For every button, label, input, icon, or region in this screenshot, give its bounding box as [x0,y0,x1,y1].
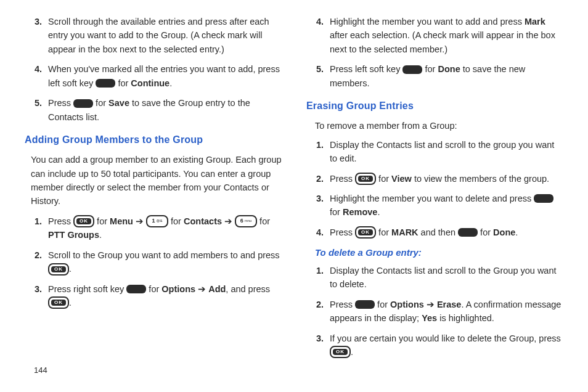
list-body: Press OK for Menu ➔ 1@& for Contacts ➔ 6… [48,214,282,242]
list-number: 5. [25,96,48,110]
bold-text: Contacts [184,216,222,226]
list-body: Display the Contacts list and scroll to … [330,138,563,166]
list-body: Press left soft key for Done to save the… [330,62,563,90]
softkey-icon [73,99,93,108]
bold-text: Erase [437,300,462,309]
list-number: 3. [25,282,48,296]
bold-text: Menu [110,216,133,226]
list-number: 4. [306,15,330,28]
list-body: Highlight the member you want to add and… [330,15,563,56]
bold-text: Done [493,227,515,237]
ok-key-icon: OK [48,296,69,309]
subheading-delete-group: To delete a Group entry: [315,245,563,259]
list-item: 3.Press right soft key for Options ➔ Add… [25,282,282,310]
list-body: Display the Contacts list and scroll to … [330,264,563,292]
list-body: When you've marked all the entries you w… [48,62,282,90]
list-number: 3. [25,15,48,28]
softkey-icon [96,79,115,88]
softkey-icon [458,228,478,237]
right-list-2: 1.Display the Contacts list and scroll t… [306,264,563,359]
list-item: 1.Display the Contacts list and scroll t… [306,264,563,292]
list-item: 3.Highlight the member you want to delet… [306,192,563,219]
ok-key-icon: OK [73,215,94,227]
page-number: 144 [34,365,47,375]
bold-text: Save [108,98,129,108]
left-list: 1.Press OK for Menu ➔ 1@& for Contacts ➔… [25,214,282,310]
list-item: 1.Press OK for Menu ➔ 1@& for Contacts ➔… [25,214,282,242]
bold-text: Yes [422,313,437,323]
softkey-icon [402,65,422,74]
adding-members-intro: You can add a group member to an existin… [31,153,282,208]
list-body: Press for Options ➔ Erase. A confirmatio… [330,298,563,325]
list-number: 4. [306,226,330,239]
list-item: 2.Press OK for View to view the members … [306,172,563,186]
list-number: 4. [25,62,48,76]
list-item: 2.Scroll to the Group you want to add me… [25,248,282,276]
softkey-icon [355,300,375,309]
erasing-intro: To remove a member from a Group: [315,119,563,133]
list-number: 2. [306,298,330,311]
list-body: Press OK for View to view the members of… [330,172,563,186]
left-top-list: 3.Scroll through the available entries a… [25,15,282,124]
list-item: 3.Scroll through the available entries a… [25,15,282,56]
list-number: 3. [306,192,330,205]
list-item: 3.If you are certain you would like to d… [306,332,563,359]
list-item: 5.Press for Save to save the Group entry… [25,96,282,124]
list-body: Press for Save to save the Group entry t… [48,96,282,124]
list-body: Press right soft key for Options ➔ Add, … [48,282,282,310]
list-item: 4.When you've marked all the entries you… [25,62,282,90]
bold-text: Done [438,64,460,74]
list-item: 4.Highlight the member you want to add a… [306,15,563,56]
list-number: 2. [306,172,330,186]
list-item: 1.Display the Contacts list and scroll t… [306,138,563,166]
list-body: If you are certain you would like to del… [330,332,563,359]
softkey-icon [534,194,553,203]
bold-text: MARK [391,227,419,237]
list-body: Highlight the member you want to delete … [330,192,563,219]
bold-text: Mark [525,17,545,27]
list-body: Press OK for MARK and then for Done. [330,226,563,239]
list-number: 2. [25,248,48,262]
heading-erasing-entries: Erasing Group Entries [306,99,563,114]
list-number: 3. [306,332,330,345]
heading-adding-members: Adding Group Members to the Group [25,133,282,148]
list-number: 1. [306,138,330,152]
left-column: 3.Scroll through the available entries a… [25,15,282,392]
bold-text: Continue [131,78,169,88]
ok-key-icon: OK [48,263,69,276]
bold-text: PTT Groups [48,230,99,240]
bold-text: Remove [343,207,377,217]
softkey-icon [126,285,146,293]
manual-page: 3.Scroll through the available entries a… [0,0,588,392]
ok-key-icon: OK [355,173,376,185]
bold-text: View [391,174,412,184]
list-body: Scroll through the available entries and… [48,15,282,56]
list-item: 5.Press left soft key for Done to save t… [306,62,563,90]
ok-key-icon: OK [330,346,351,358]
bold-text: Add [208,284,226,294]
right-column: 4.Highlight the member you want to add a… [306,15,563,392]
list-item: 2.Press for Options ➔ Erase. A confirmat… [306,298,563,325]
list-body: Scroll to the Group you want to add memb… [48,248,282,276]
list-number: 1. [306,264,330,277]
right-list: 1.Display the Contacts list and scroll t… [306,138,563,240]
list-number: 1. [25,214,48,228]
right-top-list: 4.Highlight the member you want to add a… [306,15,563,90]
ok-key-icon: OK [355,226,376,239]
list-number: 5. [306,62,330,76]
bold-text: Options [161,284,195,294]
key6-icon: 6mno [235,215,257,227]
list-item: 4.Press OK for MARK and then for Done. [306,226,563,239]
bold-text: Options [390,300,424,309]
key1-icon: 1@& [146,215,168,227]
